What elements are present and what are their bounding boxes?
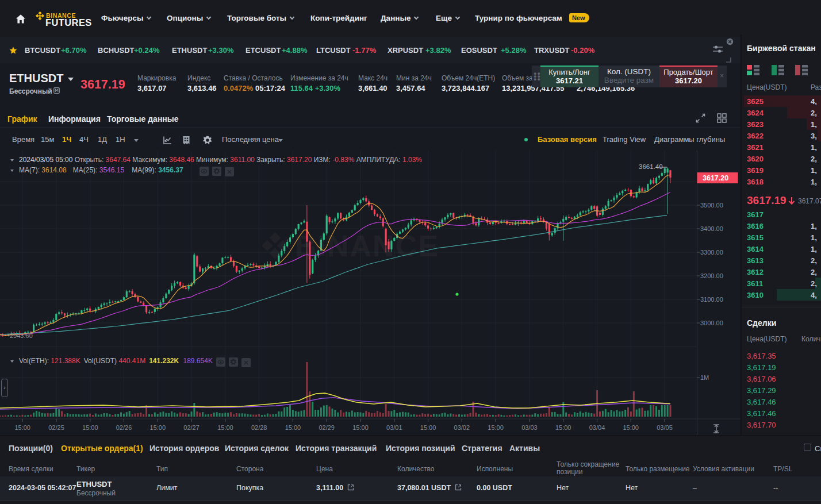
svg-text:15:00: 15:00	[352, 424, 369, 431]
svg-text:1M: 1M	[700, 374, 709, 381]
svg-text:03/03: 03/03	[521, 424, 538, 431]
svg-text:15:00: 15:00	[420, 424, 436, 431]
svg-text:3400.00: 3400.00	[700, 225, 723, 232]
svg-text:15:00: 15:00	[488, 424, 504, 431]
svg-text:02/28: 02/28	[251, 424, 267, 431]
svg-text:15:00: 15:00	[82, 424, 98, 431]
svg-text:3661.40: 3661.40	[639, 163, 663, 170]
svg-text:15:00: 15:00	[623, 424, 639, 431]
svg-text:3000.00: 3000.00	[700, 320, 723, 326]
svg-text:15:00: 15:00	[217, 424, 233, 431]
svg-text:2943.60: 2943.60	[10, 332, 33, 339]
svg-text:3100.00: 3100.00	[700, 296, 723, 303]
svg-text:03/02: 03/02	[454, 424, 470, 431]
svg-text:15:00: 15:00	[285, 424, 301, 431]
svg-text:02/26: 02/26	[116, 424, 132, 431]
svg-text:03/01: 03/01	[386, 424, 402, 431]
svg-text:03/04: 03/04	[589, 424, 605, 431]
svg-text:15:00: 15:00	[150, 424, 166, 431]
svg-text:02/25: 02/25	[48, 424, 64, 431]
svg-text:3500.00: 3500.00	[700, 202, 723, 209]
svg-text:3617.20: 3617.20	[703, 174, 728, 182]
svg-text:03/05: 03/05	[657, 424, 673, 431]
svg-text:15:00: 15:00	[14, 424, 30, 431]
svg-text:3200.00: 3200.00	[700, 272, 723, 279]
svg-text:15:00: 15:00	[555, 424, 571, 431]
svg-text:02/27: 02/27	[183, 424, 200, 431]
svg-text:BINANCE: BINANCE	[295, 229, 439, 263]
svg-text:02/29: 02/29	[319, 424, 335, 431]
svg-text:3300.00: 3300.00	[700, 249, 723, 256]
